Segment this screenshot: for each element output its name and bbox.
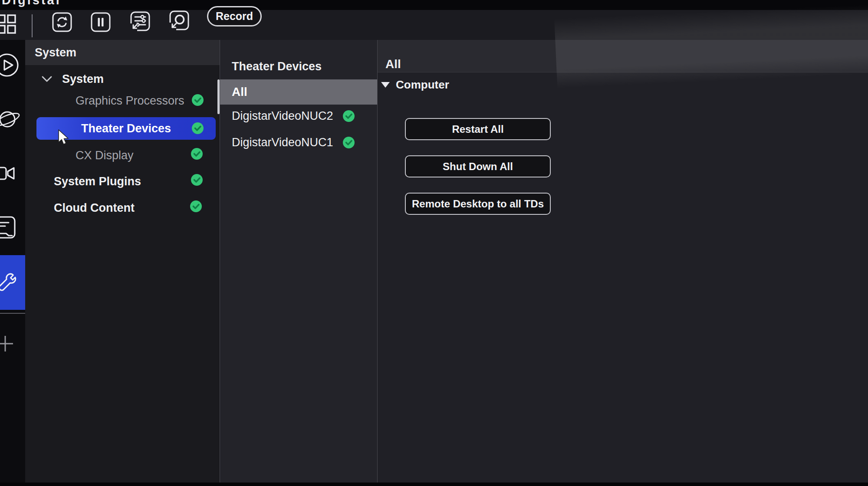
system-panel-header: System xyxy=(25,40,220,65)
tree-item-label: Cloud Content xyxy=(54,201,135,215)
status-ok-icon xyxy=(192,94,204,106)
theater-devices-panel: Theater Devices All DigistarVideoNUC2 Di… xyxy=(220,40,377,483)
left-rail xyxy=(0,40,25,483)
add-icon[interactable] xyxy=(0,334,25,364)
video-camera-icon[interactable] xyxy=(0,164,25,194)
device-row-label: All xyxy=(232,85,247,99)
restart-all-button[interactable]: Restart All xyxy=(405,118,551,140)
remote-desktop-button[interactable]: Remote Desktop to all TDs xyxy=(405,193,551,215)
main-toolbar: Record xyxy=(0,10,868,40)
record-button-label: Record xyxy=(216,10,253,23)
tree-item-label: CX Display xyxy=(76,149,134,162)
tree-item-cx-display[interactable]: CX Display xyxy=(76,148,134,163)
play-icon[interactable] xyxy=(0,52,25,82)
tree-item-label: System xyxy=(62,72,104,86)
button-label: Remote Desktop to all TDs xyxy=(412,198,544,210)
tree-item-graphics-processors[interactable]: Graphics Processors xyxy=(76,93,184,108)
window-bottom-edge xyxy=(0,483,868,486)
system-panel-title: System xyxy=(35,46,76,59)
system-panel: System System Graphics Processors Theate… xyxy=(25,40,220,483)
triangle-down-icon xyxy=(381,82,390,88)
detail-panel-title: All xyxy=(385,57,401,71)
theater-devices-panel-title: Theater Devices xyxy=(232,60,322,73)
toolbar-divider xyxy=(32,14,33,37)
computer-group-label: Computer xyxy=(396,78,449,92)
shut-down-all-button[interactable]: Shut Down All xyxy=(405,155,551,177)
detail-panel-header: All xyxy=(378,40,868,72)
status-ok-icon xyxy=(343,137,355,148)
settings-popout-icon[interactable] xyxy=(130,11,150,31)
button-label: Shut Down All xyxy=(443,161,513,173)
status-ok-icon xyxy=(191,148,203,160)
script-icon[interactable] xyxy=(0,215,25,246)
sync-icon[interactable] xyxy=(52,12,72,32)
window-top-bar: Digistar xyxy=(0,0,868,10)
device-row[interactable]: DigistarVideoNUC2 xyxy=(220,104,377,128)
status-ok-icon xyxy=(190,200,202,212)
device-row[interactable]: DigistarVideoNUC1 xyxy=(220,131,377,154)
detail-panel: All Computer Restart All Shut Down All R… xyxy=(378,40,868,483)
tree-item-label: System Plugins xyxy=(54,175,141,188)
app-window: Digistar xyxy=(0,0,868,486)
status-ok-icon xyxy=(191,174,203,186)
pause-icon[interactable] xyxy=(91,12,111,32)
button-label: Restart All xyxy=(452,123,503,135)
computer-group-header[interactable]: Computer xyxy=(381,78,449,92)
status-ok-icon xyxy=(192,122,204,134)
tree-item-system-plugins[interactable]: System Plugins xyxy=(54,174,141,189)
status-ok-icon xyxy=(343,110,355,122)
system-tools-icon[interactable] xyxy=(0,255,25,310)
tree-item-label: Graphics Processors xyxy=(76,94,184,108)
brand-logo: Digistar xyxy=(2,0,62,9)
dashboard-grid-icon[interactable] xyxy=(0,14,16,34)
tree-item-cloud-content[interactable]: Cloud Content xyxy=(54,200,135,216)
record-button[interactable]: Record xyxy=(207,6,262,26)
tree-item-label: Theater Devices xyxy=(81,122,171,135)
device-row-label: DigistarVideoNUC2 xyxy=(232,109,333,123)
chevron-down-icon[interactable] xyxy=(41,76,53,82)
planet-icon[interactable] xyxy=(0,106,25,136)
rail-separator xyxy=(0,313,25,314)
tree-item-system[interactable]: System xyxy=(41,71,104,87)
device-row-all[interactable]: All xyxy=(220,79,377,105)
tree-item-theater-devices[interactable]: Theater Devices xyxy=(36,117,216,140)
device-row-label: DigistarVideoNUC1 xyxy=(232,136,333,149)
loop-popout-icon[interactable] xyxy=(169,10,189,30)
